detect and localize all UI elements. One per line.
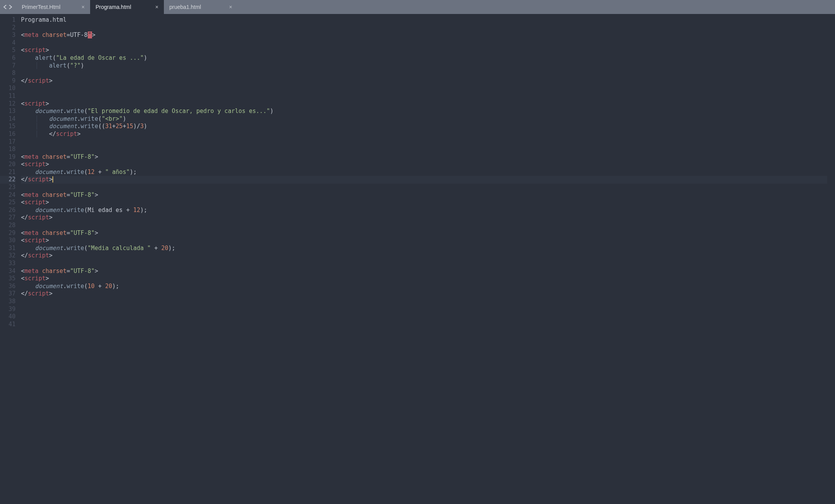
code-line[interactable]: <meta charset="UTF-8">: [21, 191, 827, 199]
code-line[interactable]: │ alert("?"): [21, 62, 827, 70]
code-line[interactable]: <meta charset=UTF-8">: [21, 31, 827, 39]
code-line[interactable]: [21, 321, 827, 328]
code-line[interactable]: [21, 92, 827, 100]
tab-primertest[interactable]: PrimerTest.Html ×: [16, 0, 90, 14]
code-line[interactable]: <script>: [21, 275, 827, 283]
code-line[interactable]: <meta charset="UTF-8">: [21, 153, 827, 161]
code-line[interactable]: Programa.html: [21, 16, 827, 24]
code-line[interactable]: <script>: [21, 100, 827, 108]
code-area[interactable]: Programa.html<meta charset=UTF-8"><scrip…: [21, 16, 835, 504]
code-line[interactable]: <script>: [21, 237, 827, 245]
close-icon[interactable]: ×: [229, 4, 232, 10]
tab-label: Programa.html: [96, 4, 144, 10]
code-line[interactable]: [21, 24, 827, 32]
code-line[interactable]: [21, 85, 827, 92]
code-editor[interactable]: 1234567891011121314151617181920212223242…: [0, 14, 835, 504]
code-line[interactable]: [21, 138, 827, 146]
close-icon[interactable]: ×: [82, 4, 85, 10]
code-line[interactable]: <meta charset="UTF-8">: [21, 229, 827, 237]
code-line[interactable]: [21, 298, 827, 306]
close-icon[interactable]: ×: [155, 4, 158, 10]
nav-back-icon[interactable]: [3, 5, 7, 9]
code-line[interactable]: [21, 222, 827, 229]
code-line[interactable]: </script>: [21, 252, 827, 260]
line-number-gutter: 1234567891011121314151617181920212223242…: [0, 16, 21, 504]
code-line[interactable]: document.write(Mi edad es + 12);: [21, 207, 827, 214]
tab-label: PrimerTest.Html: [22, 4, 70, 10]
code-line[interactable]: [21, 260, 827, 268]
code-line[interactable]: document.write(12 + " años");: [21, 169, 827, 176]
code-line[interactable]: [21, 39, 827, 47]
code-line[interactable]: document.write(10 + 20);: [21, 283, 827, 290]
code-line[interactable]: </script>: [21, 77, 827, 85]
code-line[interactable]: │ document.write("<br>"): [21, 115, 827, 123]
code-line[interactable]: <script>: [21, 47, 827, 54]
code-line[interactable]: │ document.write((31+25+15)/3): [21, 123, 827, 130]
code-line[interactable]: <script>: [21, 161, 827, 169]
nav-forward-icon[interactable]: [9, 5, 12, 9]
code-line[interactable]: alert("La edad de Oscar es ..."): [21, 54, 827, 62]
code-line[interactable]: [21, 184, 827, 191]
tab-bar: PrimerTest.Html × Programa.html × prueba…: [0, 0, 835, 14]
code-line[interactable]: document.write("El promedio de edad de O…: [21, 108, 827, 115]
code-line[interactable]: [21, 146, 827, 153]
code-line[interactable]: </script>: [21, 176, 827, 184]
code-line[interactable]: </script>: [21, 214, 827, 222]
code-line[interactable]: <script>: [21, 199, 827, 207]
code-line[interactable]: │ </script>: [21, 130, 827, 138]
code-line[interactable]: document.write("Media calculada " + 20);: [21, 245, 827, 252]
code-line[interactable]: [21, 306, 827, 313]
code-line[interactable]: </script>: [21, 290, 827, 298]
tab-nav-arrows[interactable]: [0, 0, 16, 14]
code-line[interactable]: [21, 70, 827, 77]
code-line[interactable]: <meta charset="UTF-8">: [21, 268, 827, 275]
tab-label: prueba1.html: [169, 4, 217, 10]
editor-window: PrimerTest.Html × Programa.html × prueba…: [0, 0, 835, 504]
tab-prueba1[interactable]: prueba1.html ×: [164, 0, 238, 14]
code-line[interactable]: [21, 313, 827, 321]
tab-programa[interactable]: Programa.html ×: [90, 0, 164, 14]
